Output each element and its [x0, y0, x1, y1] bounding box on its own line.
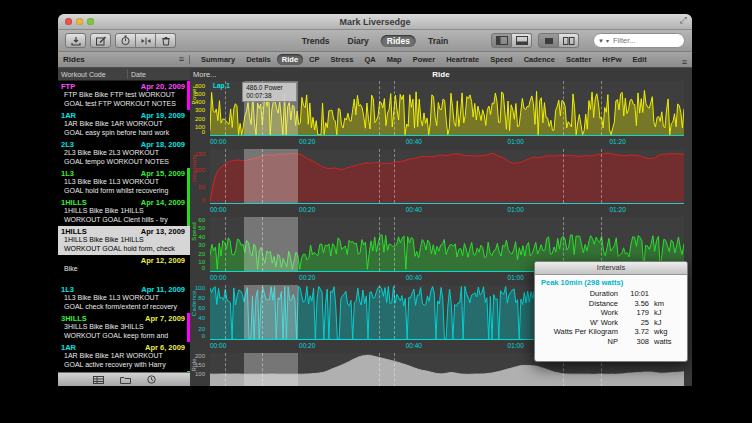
- sidebar-footer: [58, 372, 190, 386]
- interval-marker-line: [394, 81, 395, 135]
- workout-detail-line: GOAL active recovery with Harry: [61, 361, 185, 370]
- y-axis-ticks: 200150100: [190, 353, 208, 386]
- tab-map[interactable]: Map: [382, 54, 407, 65]
- workout-date: Apr 12, 2009: [141, 256, 185, 265]
- ride-list-item[interactable]: 1HILLSApr 14, 20091HILLS Bike Bike 1HILL…: [58, 197, 190, 226]
- ride-list-item[interactable]: 1ARApr 19, 20091AR Bike Bike 1AR WORKOUT…: [58, 110, 190, 139]
- toolbar: TrendsDiaryRidesTrain ▼ ▾: [58, 30, 692, 52]
- chart-menu: ≡: [677, 51, 692, 69]
- view-tab-diary[interactable]: Diary: [342, 35, 375, 47]
- compose-button[interactable]: [90, 33, 111, 48]
- ride-list-item[interactable]: FTPApr 20, 2009FTP Bike Bike FTP test WO…: [58, 81, 190, 110]
- x-tick-label: 01:00: [508, 274, 524, 281]
- view-tab-train[interactable]: Train: [422, 35, 454, 47]
- interval-marker-line: [225, 81, 226, 135]
- tiled-style-button[interactable]: [559, 33, 579, 48]
- interval-marker-line: [563, 81, 564, 135]
- chart-heartrate[interactable]: Heartrate15010050000:0000:2000:4001:0001…: [190, 149, 692, 217]
- selection-region[interactable]: [244, 149, 298, 203]
- lowbar-toggle-button[interactable]: [512, 33, 532, 48]
- sidebar-menu-icon[interactable]: ≡: [179, 55, 184, 64]
- ride-list-item[interactable]: 1ARApr 6, 20091AR Bike Bike 1AR WORKOUTG…: [58, 342, 190, 371]
- selection-region[interactable]: [244, 217, 298, 271]
- tab-scatter[interactable]: Scatter: [561, 54, 596, 65]
- ride-list-item[interactable]: 2L3Apr 18, 20092L3 Bike Bike 2L3 WORKOUT…: [58, 139, 190, 168]
- column-date[interactable]: Date: [131, 71, 146, 78]
- interval-marker-line: [563, 149, 564, 203]
- list-view-icon[interactable]: [93, 376, 104, 384]
- ride-list-item[interactable]: 5HILLSApr 5, 20095HILLS Bike 5HILLS WORK…: [58, 371, 190, 372]
- tabbed-view-icon: [544, 37, 554, 45]
- chart-menu-icon[interactable]: ≡: [682, 57, 687, 67]
- ride-list-item[interactable]: 1L3Apr 11, 20091L3 Bike Bike 1L3 WORKOUT…: [58, 284, 190, 313]
- y-axis-ticks: 100806040200: [190, 285, 208, 339]
- tab-details[interactable]: Details: [241, 54, 276, 65]
- list-column-header[interactable]: Workout Code Date: [58, 68, 190, 81]
- stat-label: Watts Per Kilogram: [535, 327, 623, 337]
- sidebar-toggle-button[interactable]: [491, 33, 512, 48]
- import-icon: [70, 36, 82, 46]
- tab-cp[interactable]: CP: [304, 54, 324, 65]
- folder-icon[interactable]: [120, 376, 131, 384]
- workout-detail-line: 1L3 Bike Bike 1L3 WORKOUT: [61, 178, 185, 187]
- selection-region[interactable]: [244, 353, 298, 386]
- ride-list-item[interactable]: 1HILLSApr 13, 20091HILLS Bike Bike 1HILL…: [58, 226, 190, 255]
- selection-region[interactable]: [244, 285, 298, 339]
- stat-value: 179: [623, 308, 649, 318]
- x-tick-label: 00:40: [406, 274, 422, 281]
- close-button[interactable]: [65, 18, 72, 25]
- import-button[interactable]: [65, 33, 86, 48]
- chart-power[interactable]: Power6005004003002001000Lap 1486.0 Power…: [190, 81, 692, 149]
- ride-list-item[interactable]: 3HILLSApr 7, 20093HILLS Bike Bike 3HILLS…: [58, 313, 190, 342]
- tab-hrpw[interactable]: HrPw: [597, 54, 626, 65]
- title-bar[interactable]: Mark Liversedge ⤢: [58, 14, 692, 30]
- interval-stat-row: Work179kJ: [535, 308, 687, 318]
- filter-field[interactable]: ▼ ▾: [593, 33, 685, 48]
- zoom-button[interactable]: [87, 18, 94, 25]
- interval-marker-line: [262, 285, 263, 339]
- compose-icon: [95, 36, 107, 46]
- plot-area-power[interactable]: Lap 1486.0 Power00:07:38: [210, 81, 684, 136]
- x-tick-label: 00:40: [406, 342, 422, 349]
- workout-code: 3HILLS: [61, 314, 87, 323]
- workout-detail-line: 1AR Bike Bike 1AR WORKOUT: [61, 352, 185, 361]
- tab-stress[interactable]: Stress: [325, 54, 358, 65]
- minimize-button[interactable]: [76, 18, 83, 25]
- tab-ride[interactable]: Ride: [277, 54, 303, 65]
- plot-area-heartrate[interactable]: [210, 149, 684, 204]
- workout-code: 1HILLS: [61, 227, 87, 236]
- x-tick-label: 00:00: [210, 206, 226, 213]
- tab-summary[interactable]: Summary: [196, 54, 240, 65]
- view-tab-rides[interactable]: Rides: [381, 35, 416, 47]
- fullscreen-icon[interactable]: ⤢: [680, 15, 687, 26]
- workout-detail-line: 2L3 Bike Bike 2L3 WORKOUT: [61, 149, 185, 158]
- interval-marker-line: [379, 149, 380, 203]
- ride-list[interactable]: FTPApr 20, 2009FTP Bike Bike FTP test WO…: [58, 81, 190, 372]
- workout-code: 1L3: [61, 285, 74, 294]
- ride-list-item[interactable]: 1L3Apr 15, 20091L3 Bike Bike 1L3 WORKOUT…: [58, 168, 190, 197]
- ride-list-item[interactable]: Apr 12, 2009Bike: [58, 255, 190, 284]
- tab-cadence[interactable]: Cadence: [519, 54, 560, 65]
- filter-input[interactable]: [611, 35, 675, 46]
- split-button[interactable]: [136, 33, 156, 48]
- tab-power[interactable]: Power: [408, 54, 441, 65]
- workout-date: Apr 14, 2009: [141, 198, 185, 207]
- column-workout-code[interactable]: Workout Code: [58, 71, 106, 78]
- workout-date: Apr 13, 2009: [141, 227, 185, 236]
- stopwatch-button[interactable]: [115, 33, 136, 48]
- interval-marker-line: [225, 149, 226, 203]
- x-tick-label: 00:20: [299, 138, 315, 145]
- tab-qa[interactable]: QA: [359, 54, 380, 65]
- tab-edit[interactable]: Edit: [628, 54, 652, 65]
- workout-detail-line: 3HILLS Bike Bike 3HILLS: [61, 323, 185, 332]
- view-tab-trends[interactable]: Trends: [296, 35, 336, 47]
- tabbed-style-button[interactable]: [538, 33, 559, 48]
- interval-stat-row: Watts Per Kilogram3.72wkg: [535, 327, 687, 337]
- delete-button[interactable]: [156, 33, 176, 48]
- tab-heartrate[interactable]: Heartrate: [441, 54, 484, 65]
- tab-speed[interactable]: Speed: [485, 54, 518, 65]
- sidebar-panel-icon: [496, 36, 508, 45]
- clock-icon[interactable]: [147, 375, 156, 384]
- intervals-popup[interactable]: Intervals Peak 10min (298 watts) Duratio…: [534, 261, 688, 362]
- intervals-popup-title[interactable]: Intervals: [535, 262, 687, 275]
